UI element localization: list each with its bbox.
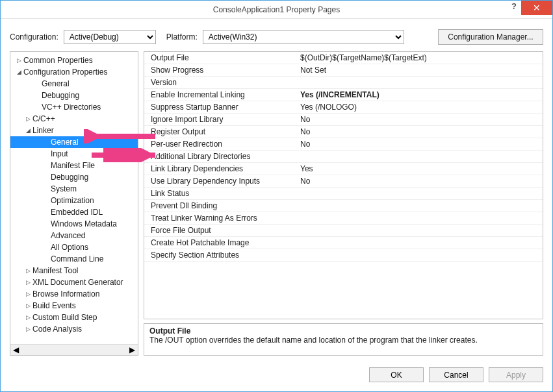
property-row[interactable]: Register OutputNo <box>144 126 543 138</box>
property-value[interactable]: No <box>300 177 543 186</box>
tree-item-label: Common Properties <box>23 56 93 65</box>
cancel-button[interactable]: Cancel <box>429 367 483 382</box>
titlebar: ConsoleApplication1 Property Pages ? ✕ <box>1 1 552 19</box>
property-label: Ignore Import Library <box>151 115 300 124</box>
tree-item[interactable]: ▷XML Document Generator <box>10 276 138 288</box>
caret-icon[interactable]: ◢ <box>25 127 31 134</box>
tree-item[interactable]: General <box>10 136 138 148</box>
horizontal-scrollbar[interactable]: ◀ ▶ <box>10 344 138 355</box>
caret-icon[interactable]: ▷ <box>25 302 31 309</box>
property-value[interactable]: Yes (/INCREMENTAL) <box>300 90 543 99</box>
tree-item[interactable]: Advanced <box>10 230 138 241</box>
property-row[interactable]: Per-user RedirectionNo <box>144 138 543 151</box>
scroll-left-icon[interactable]: ◀ <box>10 345 21 356</box>
tree-item-label: Browse Information <box>32 289 99 299</box>
configuration-manager-button[interactable]: Configuration Manager... <box>438 29 543 45</box>
property-value[interactable]: No <box>300 115 543 124</box>
tree-item-label: Debugging <box>51 173 88 182</box>
caret-icon[interactable]: ▷ <box>25 326 31 332</box>
property-row[interactable]: Force File Output <box>144 225 543 237</box>
apply-button[interactable]: Apply <box>489 367 543 382</box>
property-value[interactable]: No <box>300 140 543 149</box>
property-grid[interactable]: Output File$(OutDir)$(TargetName)$(Targe… <box>144 51 543 319</box>
tree-item-label: Command Line <box>51 254 103 263</box>
tree-item[interactable]: VC++ Directories <box>10 101 138 113</box>
tree-panel: ▷Common Properties◢Configuration Propert… <box>10 51 138 356</box>
tree-item[interactable]: Optimization <box>10 195 138 206</box>
tree-item[interactable]: Input <box>10 148 138 160</box>
tree-item[interactable]: ▷Build Events <box>10 300 138 312</box>
tree-item-label: Advanced <box>51 231 85 240</box>
tree-item[interactable]: ◢Linker <box>10 125 138 136</box>
property-row[interactable]: Link Library DependenciesYes <box>144 163 543 175</box>
property-row[interactable]: Additional Library Directories <box>144 151 543 163</box>
property-row[interactable]: Ignore Import LibraryNo <box>144 114 543 126</box>
property-row[interactable]: Show ProgressNot Set <box>144 64 543 77</box>
tree-item[interactable]: All Options <box>10 241 138 253</box>
tree-item-label: Manifest File <box>51 161 95 170</box>
configuration-label: Configuration: <box>10 32 58 42</box>
tree-item[interactable]: ▷Custom Build Step <box>10 312 138 323</box>
tree-item[interactable]: General <box>10 78 138 90</box>
tree-item-label: VC++ Directories <box>42 103 101 112</box>
property-value[interactable]: No <box>300 127 543 136</box>
ok-button[interactable]: OK <box>369 367 424 382</box>
tree-item[interactable]: ◢Configuration Properties <box>10 66 138 78</box>
tree-item[interactable]: ▷Manifest Tool <box>10 265 138 276</box>
tree-item[interactable]: Debugging <box>10 171 138 183</box>
tree-item[interactable]: Windows Metadata <box>10 218 138 230</box>
property-label: Treat Linker Warning As Errors <box>151 214 300 223</box>
tree-item[interactable]: Command Line <box>10 253 138 265</box>
caret-icon[interactable]: ▷ <box>25 116 31 122</box>
configuration-select[interactable]: Active(Debug) <box>64 30 156 44</box>
caret-icon[interactable]: ▷ <box>25 291 31 297</box>
caret-icon[interactable]: ▷ <box>25 267 31 274</box>
property-row[interactable]: Treat Linker Warning As Errors <box>144 212 543 225</box>
caret-icon[interactable]: ▷ <box>25 279 31 286</box>
tree-item-label: General <box>51 138 79 147</box>
property-label: Specify Section Attributes <box>151 251 300 260</box>
property-row[interactable]: Link Status <box>144 188 543 200</box>
property-row[interactable]: Suppress Startup BannerYes (/NOLOGO) <box>144 101 543 114</box>
help-icon[interactable]: ? <box>511 1 517 11</box>
tree-item[interactable]: ▷Code Analysis <box>10 323 138 335</box>
property-label: Enable Incremental Linking <box>151 90 300 99</box>
tree-item-label: XML Document Generator <box>32 278 123 287</box>
property-label: Link Status <box>151 189 300 198</box>
property-value[interactable]: Not Set <box>300 66 543 75</box>
property-label: Prevent Dll Binding <box>151 201 300 210</box>
property-tree[interactable]: ▷Common Properties◢Configuration Propert… <box>10 52 138 344</box>
property-row[interactable]: Output File$(OutDir)$(TargetName)$(Targe… <box>144 52 543 64</box>
property-row[interactable]: Prevent Dll Binding <box>144 200 543 212</box>
tree-item-label: All Options <box>51 243 88 252</box>
tree-item[interactable]: Debugging <box>10 90 138 101</box>
tree-item[interactable]: ▷C/C++ <box>10 113 138 125</box>
property-label: Version <box>151 78 300 87</box>
tree-item[interactable]: ▷Browse Information <box>10 288 138 300</box>
property-row[interactable]: Version <box>144 77 543 89</box>
property-label: Additional Library Directories <box>151 152 300 161</box>
property-value[interactable]: $(OutDir)$(TargetName)$(TargetExt) <box>300 53 543 62</box>
scroll-right-icon[interactable]: ▶ <box>127 345 138 356</box>
description-title: Output File <box>149 326 537 336</box>
platform-select[interactable]: Active(Win32) <box>203 30 404 44</box>
footer: OK Cancel Apply <box>1 362 552 391</box>
tree-item-label: Build Events <box>32 301 76 310</box>
property-row[interactable]: Create Hot Patchable Image <box>144 237 543 249</box>
tree-item-label: Optimization <box>51 196 94 205</box>
property-row[interactable]: Specify Section Attributes <box>144 249 543 262</box>
caret-icon[interactable]: ▷ <box>25 314 31 321</box>
close-icon[interactable]: ✕ <box>521 1 552 15</box>
caret-icon[interactable]: ▷ <box>16 57 22 64</box>
tree-item-label: Debugging <box>42 91 79 100</box>
property-value[interactable]: Yes (/NOLOGO) <box>300 103 543 112</box>
property-value[interactable]: Yes <box>300 164 543 173</box>
tree-item[interactable]: System <box>10 183 138 195</box>
caret-icon[interactable]: ◢ <box>16 69 22 75</box>
tree-item[interactable]: Manifest File <box>10 160 138 171</box>
description-panel: Output File The /OUT option overrides th… <box>144 323 543 356</box>
tree-item[interactable]: Embedded IDL <box>10 206 138 218</box>
property-row[interactable]: Use Library Dependency InputsNo <box>144 175 543 188</box>
property-row[interactable]: Enable Incremental LinkingYes (/INCREMEN… <box>144 89 543 101</box>
tree-item[interactable]: ▷Common Properties <box>10 55 138 66</box>
